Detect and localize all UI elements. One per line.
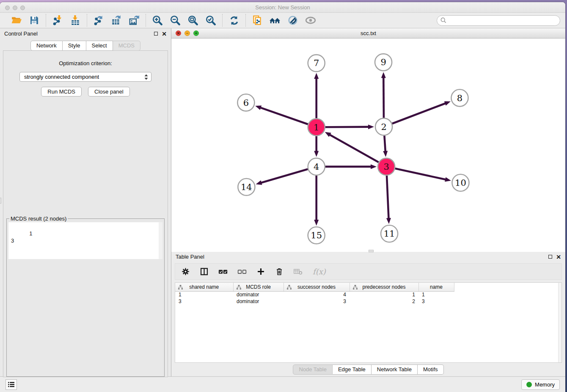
node-label: 1: [314, 122, 319, 133]
graph-edge-1-6[interactable]: [260, 108, 308, 124]
tab-motifs[interactable]: Motifs: [418, 364, 444, 375]
cell-successor[interactable]: 4: [284, 291, 350, 298]
open-session-button[interactable]: [11, 14, 22, 26]
export-image-button[interactable]: [128, 14, 140, 26]
panel-splitter-handle[interactable]: [0, 198, 1, 204]
tab-network[interactable]: Network: [30, 41, 63, 51]
function-builder-button[interactable]: f(x): [313, 267, 326, 276]
graph-node-4[interactable]: 4: [308, 158, 325, 175]
network-canvas[interactable]: 7968124314101511: [171, 39, 565, 252]
memory-button[interactable]: Memory: [521, 379, 560, 390]
zoom-selected-button[interactable]: [205, 14, 217, 26]
graph-edge-1-2[interactable]: [325, 127, 369, 127]
graph-node-6[interactable]: 6: [237, 94, 254, 111]
cell-successor[interactable]: 3: [284, 298, 350, 305]
maximize-window-button[interactable]: [20, 6, 25, 10]
cell-shared_name[interactable]: 3: [175, 298, 233, 305]
graph-edge-3-1[interactable]: [329, 135, 378, 163]
tab-style[interactable]: Style: [63, 41, 86, 51]
network-splitter-handle[interactable]: [369, 250, 374, 252]
tab-mcds[interactable]: MCDS: [113, 41, 140, 51]
table-row[interactable]: 1dominator411: [175, 291, 454, 298]
graph-edge-2-9[interactable]: [383, 77, 384, 118]
search-box[interactable]: [437, 15, 560, 26]
close-window-button[interactable]: [5, 6, 10, 10]
clone-network-button[interactable]: [251, 14, 263, 26]
zoom-in-button[interactable]: [151, 14, 163, 26]
graph-node-7[interactable]: 7: [308, 55, 325, 72]
column-header-successor-nodes[interactable]: successor nodes: [284, 283, 350, 291]
table-scrollbar[interactable]: [558, 283, 561, 362]
delete-table-button[interactable]: [293, 268, 303, 276]
graph-node-15[interactable]: 15: [308, 227, 325, 244]
cell-mcds_role[interactable]: dominator: [233, 298, 284, 305]
table-row[interactable]: 3dominator323: [175, 298, 454, 305]
minimize-window-button[interactable]: [13, 6, 17, 10]
graph-node-14[interactable]: 14: [238, 179, 255, 196]
tab-node-table[interactable]: Node Table: [293, 364, 333, 375]
save-session-button[interactable]: [28, 14, 40, 26]
refresh-button[interactable]: [228, 14, 240, 26]
network-graph[interactable]: 7968124314101511: [171, 39, 565, 252]
column-header-predecessor-nodes[interactable]: predecessor nodes: [350, 283, 418, 291]
graph-edge-3-10[interactable]: [395, 168, 446, 179]
graph-edge-4-14[interactable]: [261, 169, 308, 183]
cell-mcds_role[interactable]: dominator: [233, 291, 284, 298]
graph-edge-2-8[interactable]: [392, 103, 446, 124]
network-maximize-button[interactable]: +: [193, 30, 199, 36]
graph-node-10[interactable]: 10: [452, 174, 469, 191]
tab-network-table[interactable]: Network Table: [372, 364, 418, 375]
search-input[interactable]: [449, 17, 556, 23]
visibility-button[interactable]: [305, 14, 317, 26]
tab-edge-table[interactable]: Edge Table: [333, 364, 372, 375]
task-history-button[interactable]: [6, 379, 17, 390]
control-panel: Control Panel ✕ NetworkStyleSelectMCDS O…: [0, 28, 171, 376]
network-close-button[interactable]: ✕: [176, 30, 181, 36]
column-header-MCDS-role[interactable]: MCDS role: [233, 283, 284, 291]
graph-node-2[interactable]: 2: [375, 118, 392, 135]
zoom-out-button[interactable]: [169, 14, 181, 26]
zoom-fit-button[interactable]: [187, 14, 199, 26]
graph-node-9[interactable]: 9: [375, 54, 392, 71]
select-all-columns-button[interactable]: [218, 268, 228, 275]
table-settings-button[interactable]: [181, 267, 190, 276]
export-table-button[interactable]: [110, 14, 122, 26]
export-network-button[interactable]: [93, 14, 105, 26]
float-panel-icon[interactable]: [154, 32, 158, 36]
cell-predecessor[interactable]: 2: [350, 298, 418, 305]
column-header-shared-name[interactable]: shared name: [175, 283, 233, 291]
home-button[interactable]: [269, 14, 281, 26]
cell-predecessor[interactable]: 1: [350, 291, 418, 298]
float-table-panel-icon[interactable]: [548, 255, 552, 259]
close-panel-icon[interactable]: ✕: [162, 32, 167, 36]
mcds-result-list[interactable]: 1 3: [8, 222, 162, 259]
add-column-button[interactable]: [256, 267, 265, 276]
network-minimize-button[interactable]: –: [184, 30, 190, 36]
import-table-button[interactable]: [69, 14, 81, 26]
close-table-panel-icon[interactable]: ✕: [556, 255, 561, 259]
node-label: 10: [455, 177, 466, 188]
memory-status-icon: [526, 382, 532, 387]
graph-node-11[interactable]: 11: [381, 225, 398, 242]
graph-edge-3-11[interactable]: [387, 176, 389, 219]
cell-name[interactable]: 3: [418, 298, 454, 305]
column-header-name[interactable]: name: [418, 283, 454, 291]
split-columns-button[interactable]: [200, 267, 209, 276]
delete-column-button[interactable]: [275, 267, 284, 276]
cell-shared_name[interactable]: 1: [175, 291, 233, 298]
graph-node-3[interactable]: 3: [378, 158, 395, 175]
graph-node-1[interactable]: 1: [308, 119, 325, 135]
status-bar: Memory: [0, 376, 565, 392]
graph-edge-2-3[interactable]: [384, 135, 385, 152]
close-panel-button[interactable]: Close panel: [88, 87, 130, 97]
deselect-all-columns-button[interactable]: [237, 268, 247, 275]
result-scrollbar[interactable]: [159, 222, 162, 259]
import-network-button[interactable]: [52, 14, 63, 26]
hide-visibility-button[interactable]: [287, 14, 299, 26]
cell-name[interactable]: 1: [418, 291, 454, 298]
run-mcds-button[interactable]: Run MCDS: [41, 87, 82, 97]
graph-edge-arrowhead: [371, 164, 377, 169]
tab-select[interactable]: Select: [86, 41, 113, 51]
optimization-criterion-select[interactable]: strongly connected component: [19, 72, 151, 82]
graph-node-8[interactable]: 8: [451, 89, 468, 106]
